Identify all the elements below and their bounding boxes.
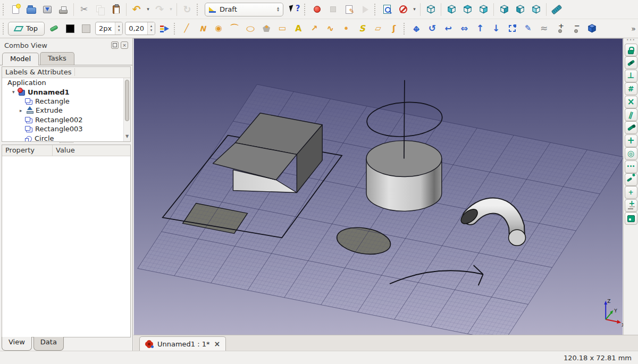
tab-model[interactable]: Model xyxy=(2,53,39,65)
tab-close-icon[interactable]: × xyxy=(214,340,221,348)
move-button[interactable] xyxy=(409,21,424,36)
whatsthis-button[interactable] xyxy=(287,2,302,17)
tree-item-application[interactable]: Application xyxy=(2,78,130,87)
panel-close-button[interactable]: × xyxy=(121,41,128,49)
snap-dimensions-button[interactable] xyxy=(625,199,637,212)
add-point-button[interactable] xyxy=(552,21,567,36)
edit-button[interactable]: ✎ xyxy=(521,21,535,36)
draft-arc-button[interactable]: ⌒ xyxy=(227,21,242,36)
tree-item-circle[interactable]: Circle xyxy=(2,133,130,142)
workbench-selector[interactable]: Draft▴▾ xyxy=(205,3,283,16)
spinner-arrows-icon[interactable]: ▴▾ xyxy=(147,22,155,35)
tree-item-rectangle[interactable]: Rectangle xyxy=(2,97,130,106)
paste-button[interactable] xyxy=(108,2,123,17)
face-color-swatch[interactable] xyxy=(79,21,94,36)
toolbar-handle[interactable] xyxy=(3,4,6,15)
autogroup-button[interactable] xyxy=(157,21,172,36)
snap-midpoint-button[interactable] xyxy=(625,56,637,69)
tab-data[interactable]: Data xyxy=(33,337,64,351)
print-button[interactable] xyxy=(56,2,71,17)
snap-working-plane-button[interactable] xyxy=(625,212,637,225)
snap-extension-button[interactable] xyxy=(625,173,637,186)
snap-center-button[interactable]: ◎ xyxy=(625,147,637,160)
view-left-button[interactable] xyxy=(528,2,543,17)
scale-button[interactable] xyxy=(505,21,519,36)
toolbar-handle[interactable]: ••• xyxy=(624,38,638,44)
offset-button[interactable]: ↩ xyxy=(441,21,456,36)
draft-wire-button[interactable]: N xyxy=(195,21,210,36)
value-column-header[interactable]: Value xyxy=(53,145,78,156)
scrollbar-thumb[interactable] xyxy=(125,80,129,121)
draw-style-button[interactable] xyxy=(396,2,410,17)
toolbar-handle[interactable] xyxy=(197,4,200,15)
toolbar-handle[interactable] xyxy=(3,23,6,35)
fit-all-button[interactable] xyxy=(380,2,394,17)
construction-mode-button[interactable] xyxy=(47,21,62,36)
redo-button[interactable]: ↷ xyxy=(152,2,167,17)
draft-facebinder-button[interactable]: ▱ xyxy=(371,21,385,36)
wire-to-bspline-button[interactable]: ≈ xyxy=(536,21,551,36)
new-document-button[interactable] xyxy=(8,2,23,17)
macro-edit-button[interactable] xyxy=(341,2,356,17)
snap-grid-button[interactable]: # xyxy=(625,82,637,95)
tab-view[interactable]: View xyxy=(2,337,32,351)
upgrade-button[interactable]: ↑ xyxy=(473,21,488,36)
spinner-arrows-icon[interactable]: ▴▾ xyxy=(277,7,279,12)
refresh-button[interactable]: ↻ xyxy=(180,2,195,17)
toolbar-handle[interactable] xyxy=(174,23,177,35)
macro-play-button[interactable] xyxy=(357,2,372,17)
toolbar-handle[interactable] xyxy=(304,4,307,15)
draft-point-button[interactable]: • xyxy=(339,21,354,36)
snap-endpoint-button[interactable] xyxy=(625,121,637,134)
draw-style-dropdown[interactable]: ▾ xyxy=(412,2,417,17)
toolbar-handle[interactable] xyxy=(374,4,377,15)
redo-dropdown[interactable]: ▾ xyxy=(168,2,174,17)
scale-spinbox[interactable]: 0,20▴▾ xyxy=(125,22,155,35)
spinner-arrows-icon[interactable]: ▴▾ xyxy=(115,22,122,35)
undo-button[interactable]: ↶ xyxy=(129,2,144,17)
draft-polygon-button[interactable] xyxy=(259,21,274,36)
rotate-button[interactable]: ↺ xyxy=(425,21,440,36)
macro-record-button[interactable] xyxy=(309,2,324,17)
3d-viewport[interactable]: Z Y X xyxy=(133,38,623,335)
downgrade-button[interactable]: ↓ xyxy=(489,21,503,36)
snap-intersection-button[interactable]: × xyxy=(625,96,637,108)
macro-stop-button[interactable] xyxy=(325,2,340,17)
view-bottom-button[interactable] xyxy=(513,2,527,17)
scroll-down-icon[interactable]: ▼ xyxy=(124,134,130,141)
undo-dropdown[interactable]: ▾ xyxy=(145,2,151,17)
line-width-spinbox[interactable]: 2px▴▾ xyxy=(95,22,123,35)
draft-circle-button[interactable]: ◉ xyxy=(211,21,226,36)
snap-perpendicular-button[interactable]: ⊥ xyxy=(625,70,637,82)
draft-bezier-button[interactable]: ʃ xyxy=(387,21,401,36)
expander-icon[interactable]: ▸ xyxy=(20,108,26,113)
snap-angle-button[interactable]: + xyxy=(625,186,637,199)
view-axonometric-button[interactable] xyxy=(423,2,438,17)
draft-ellipse-button[interactable]: ○ xyxy=(243,21,258,36)
toolbar-overflow[interactable]: » xyxy=(631,21,636,36)
tree-item-unnamed1[interactable]: ▾Unnamed1 xyxy=(2,87,130,96)
draft-shapestring-button[interactable]: S xyxy=(355,21,370,36)
draft-text-button[interactable]: A xyxy=(291,21,306,36)
draft-line-button[interactable]: ╱ xyxy=(179,21,194,36)
snap-special-button[interactable]: + xyxy=(625,134,637,147)
draft-bspline-button[interactable]: ∿ xyxy=(323,21,338,36)
delete-point-button[interactable] xyxy=(568,21,583,36)
tree-item-rectangle003[interactable]: Rectangle003 xyxy=(2,124,130,133)
tree-item-extrude[interactable]: ▸Extrude xyxy=(2,106,130,115)
tree-item-rectangle002[interactable]: Rectangle002 xyxy=(2,115,130,124)
toolbar-handle[interactable] xyxy=(404,23,407,35)
trimex-button[interactable]: ⇔ xyxy=(457,21,472,36)
cut-button[interactable]: ✂ xyxy=(77,2,91,17)
panel-float-button[interactable] xyxy=(111,41,119,49)
view-front-button[interactable] xyxy=(444,2,459,17)
tree-scrollbar[interactable]: ▼ xyxy=(123,78,130,141)
snap-near-button[interactable]: ••• xyxy=(625,160,637,173)
draft-rectangle-button[interactable]: ▭ xyxy=(275,21,290,36)
copy-button[interactable] xyxy=(93,2,107,17)
view-right-button[interactable] xyxy=(476,2,491,17)
open-button[interactable] xyxy=(24,2,39,17)
view-rear-button[interactable] xyxy=(497,2,511,17)
property-column-header[interactable]: Property xyxy=(2,145,53,156)
working-plane-button[interactable]: Top xyxy=(8,22,45,36)
